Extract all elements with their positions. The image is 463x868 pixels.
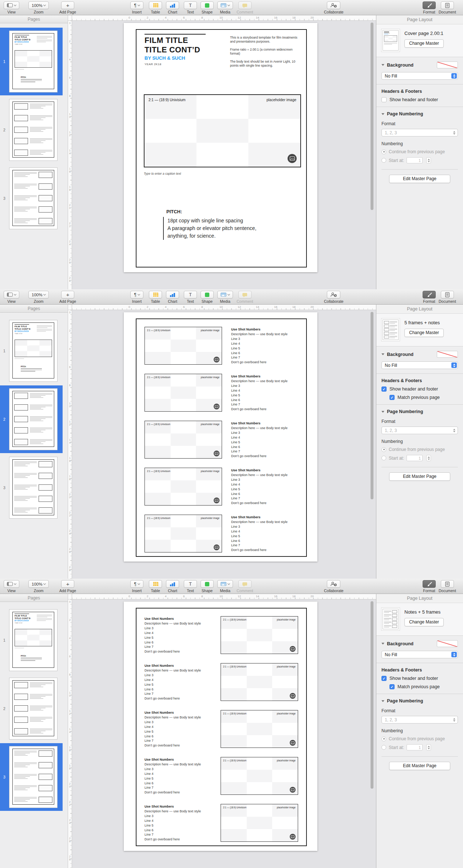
change-master-button[interactable]: Change Master bbox=[404, 39, 444, 48]
storyboard-frame-placeholder[interactable]: 2:1 — (18:9) Univisium placeholder image bbox=[144, 94, 301, 167]
page-thumbnail-1[interactable]: 1 FILM TITLE TITLE CONT’D BY SUCH & SUCH… bbox=[0, 606, 63, 674]
document-page[interactable]: FILM TITLETITLE CONT’D BY SUCH & SUCH YE… bbox=[124, 23, 317, 272]
text-button[interactable]: T Text bbox=[184, 1, 197, 14]
zoom-button[interactable]: 100% Zoom bbox=[28, 1, 49, 14]
continue-radio[interactable] bbox=[381, 447, 386, 452]
format-button[interactable]: Format bbox=[423, 291, 436, 304]
shot-notes-text[interactable]: Use Shot Numbers Description here — use … bbox=[231, 515, 298, 552]
media-placeholder-icon[interactable] bbox=[214, 357, 219, 362]
insert-button[interactable]: ¶ Insert bbox=[130, 1, 143, 14]
background-fill-select[interactable]: No Fill bbox=[381, 651, 458, 658]
comment-button[interactable]: Comment bbox=[237, 291, 253, 304]
continue-numbering-row[interactable]: Continue from previous page bbox=[381, 447, 458, 452]
match-previous-checkbox[interactable] bbox=[389, 684, 395, 689]
storyboard-frame-placeholder[interactable]: 2:1 — (18:9) Univisium placeholder image bbox=[221, 757, 298, 795]
media-placeholder-icon[interactable] bbox=[290, 834, 296, 840]
collaborate-button[interactable]: Collaborate bbox=[324, 580, 344, 593]
add-page-button[interactable]: + Add Page bbox=[59, 291, 76, 304]
document-button[interactable]: Document bbox=[439, 291, 456, 304]
continue-numbering-row[interactable]: Continue from previous page bbox=[381, 736, 458, 741]
edit-master-page-button[interactable]: Edit Master Page bbox=[389, 175, 450, 183]
media-button[interactable]: Media bbox=[217, 1, 233, 14]
show-header-checkbox[interactable] bbox=[381, 97, 387, 102]
pitch-heading[interactable]: PITCH: bbox=[166, 209, 182, 214]
media-placeholder-icon[interactable] bbox=[214, 544, 219, 550]
shot-notes-text[interactable]: Use Shot Numbers Description here — use … bbox=[231, 327, 298, 365]
show-header-row[interactable]: Show header and footer bbox=[381, 387, 458, 392]
page-thumbnail-3[interactable]: 3 bbox=[0, 743, 63, 811]
disclosure-triangle-icon[interactable] bbox=[381, 411, 384, 413]
start-at-radio[interactable] bbox=[381, 456, 386, 460]
table-button[interactable]: Table bbox=[149, 291, 162, 304]
page-thumbnail-2[interactable]: 2 bbox=[0, 385, 63, 453]
start-at-radio[interactable] bbox=[381, 745, 386, 750]
shot-notes-text[interactable]: Use Shot Numbers Description here — use … bbox=[145, 616, 221, 654]
match-previous-checkbox[interactable] bbox=[389, 395, 395, 400]
continue-radio[interactable] bbox=[381, 150, 386, 154]
background-fill-swatch[interactable] bbox=[437, 640, 458, 647]
page-thumbnail-1[interactable]: 1 FILM TITLE TITLE CONT’D BY SUCH & SUCH… bbox=[0, 317, 63, 385]
chart-button[interactable]: Chart bbox=[166, 580, 179, 593]
storyboard-frame-placeholder[interactable]: 2:1 — (18:9) Univisium placeholder image bbox=[145, 374, 222, 412]
intro-text[interactable]: This is a storyboard template for film t… bbox=[230, 36, 301, 72]
view-button[interactable]: View bbox=[4, 580, 19, 593]
start-at-input[interactable]: 1 bbox=[407, 157, 423, 163]
media-placeholder-icon[interactable] bbox=[290, 646, 296, 652]
page-thumbnail-3[interactable]: 3 bbox=[0, 165, 63, 232]
stepper-icon[interactable] bbox=[426, 744, 431, 750]
vertical-scrollbar[interactable] bbox=[371, 601, 373, 789]
media-button[interactable]: Media bbox=[217, 291, 233, 304]
start-at-input[interactable]: 1 bbox=[407, 455, 423, 461]
storyboard-frame-placeholder[interactable]: 2:1 — (18:9) Univisium placeholder image bbox=[221, 663, 298, 701]
chart-button[interactable]: Chart bbox=[166, 1, 179, 14]
caption-placeholder[interactable]: Type to enter a caption text bbox=[144, 172, 181, 175]
storyboard-frame-placeholder[interactable]: 2:1 — (18:9) Univisium placeholder image bbox=[221, 616, 298, 654]
storyboard-frame-placeholder[interactable]: 2:1 — (18:9) Univisium placeholder image bbox=[145, 421, 222, 459]
text-button[interactable]: T Text bbox=[184, 291, 197, 304]
disclosure-triangle-icon[interactable] bbox=[381, 700, 384, 702]
document-button[interactable]: Document bbox=[439, 580, 456, 593]
film-title-text[interactable]: FILM TITLETITLE CONT’D bbox=[145, 36, 200, 55]
document-button[interactable]: Document bbox=[439, 1, 456, 14]
media-placeholder-icon[interactable] bbox=[288, 154, 297, 163]
storyboard-frame-placeholder[interactable]: 2:1 — (18:9) Univisium placeholder image bbox=[221, 710, 298, 748]
shape-button[interactable]: Shape bbox=[201, 1, 214, 14]
background-fill-swatch[interactable] bbox=[437, 351, 458, 358]
media-placeholder-icon[interactable] bbox=[214, 404, 219, 409]
add-page-button[interactable]: + Add Page bbox=[59, 580, 76, 593]
change-master-button[interactable]: Change Master bbox=[404, 618, 444, 626]
vertical-scrollbar[interactable] bbox=[371, 312, 373, 499]
storyboard-frame-placeholder[interactable]: 2:1 — (18:9) Univisium placeholder image bbox=[145, 515, 222, 552]
number-format-select[interactable]: 1, 2, 3 bbox=[381, 129, 458, 136]
comment-button[interactable]: Comment bbox=[237, 580, 253, 593]
shot-notes-text[interactable]: Use Shot Numbers Description here — use … bbox=[145, 757, 221, 795]
show-header-checkbox[interactable] bbox=[381, 387, 387, 392]
year-text[interactable]: YEAR 2K18 bbox=[145, 63, 161, 66]
comment-button[interactable]: Comment bbox=[237, 1, 253, 14]
media-placeholder-icon[interactable] bbox=[290, 740, 296, 746]
format-button[interactable]: Format bbox=[423, 1, 436, 14]
page-thumbnail-2[interactable]: 2 bbox=[0, 675, 63, 742]
shot-notes-text[interactable]: Use Shot Numbers Description here — use … bbox=[145, 663, 221, 701]
media-button[interactable]: Media bbox=[217, 580, 233, 593]
show-header-checkbox[interactable] bbox=[381, 676, 387, 681]
match-previous-row[interactable]: Match previous page bbox=[389, 684, 458, 689]
format-button[interactable]: Format bbox=[423, 580, 436, 593]
byline-text[interactable]: BY SUCH & SUCH bbox=[145, 55, 185, 61]
background-fill-select[interactable]: No Fill bbox=[381, 361, 458, 369]
start-at-row[interactable]: Start at: 1 bbox=[381, 744, 458, 750]
text-button[interactable]: T Text bbox=[184, 580, 197, 593]
disclosure-triangle-icon[interactable] bbox=[381, 353, 384, 355]
edit-master-page-button[interactable]: Edit Master Page bbox=[389, 762, 450, 770]
page-thumbnail-3[interactable]: 3 bbox=[0, 454, 63, 522]
stepper-icon[interactable] bbox=[426, 455, 431, 461]
table-button[interactable]: Table bbox=[149, 580, 162, 593]
match-previous-row[interactable]: Match previous page bbox=[389, 395, 458, 400]
disclosure-triangle-icon[interactable] bbox=[381, 113, 384, 115]
collaborate-button[interactable]: Collaborate bbox=[324, 1, 344, 14]
media-placeholder-icon[interactable] bbox=[214, 451, 219, 456]
add-page-button[interactable]: + Add Page bbox=[59, 1, 76, 14]
start-at-radio[interactable] bbox=[381, 158, 386, 163]
shape-button[interactable]: Shape bbox=[201, 291, 214, 304]
media-placeholder-icon[interactable] bbox=[290, 787, 296, 793]
